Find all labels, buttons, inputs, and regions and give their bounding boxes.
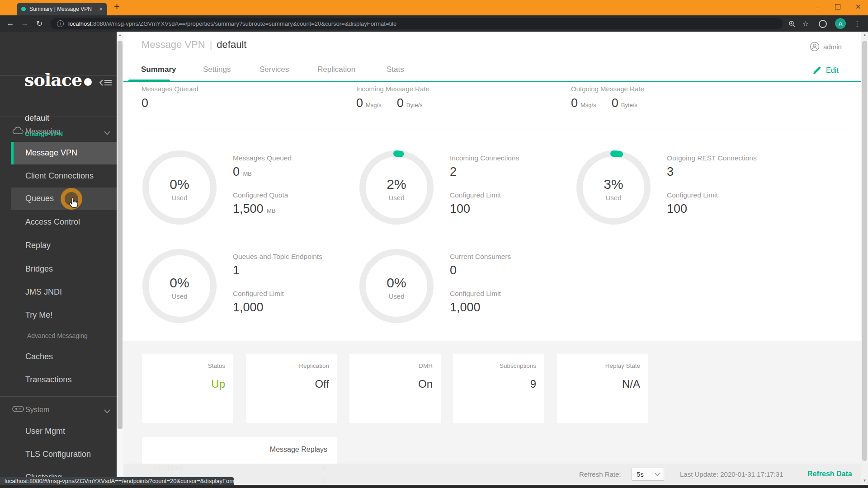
sidebar-item-advanced-messaging[interactable]: Advanced Messaging — [0, 328, 117, 344]
tile-value: 9 — [530, 378, 536, 390]
tile-value: Up — [211, 378, 225, 390]
collapse-menu-icon — [99, 78, 112, 87]
sidebar-item-replay[interactable]: Replay — [0, 235, 117, 257]
tab-stats[interactable]: Stats — [387, 65, 404, 74]
window-minimize-button[interactable]: – — [807, 0, 827, 14]
browser-tab[interactable]: Summary | Message VPN × — [17, 3, 107, 15]
metric-value: 0 — [612, 96, 618, 110]
stat-value: 1 — [233, 263, 240, 277]
window-close-button[interactable]: ✕ — [848, 0, 868, 14]
user-badge[interactable]: admin — [810, 42, 842, 52]
gauge-current-consumers: 0%Used — [359, 248, 434, 324]
gauge-percent: 2% — [359, 177, 434, 192]
cloud-icon — [12, 127, 24, 136]
window-maximize-button[interactable] — [828, 0, 848, 14]
sidebar-divider — [0, 117, 117, 117]
refresh-rate-label: Refresh Rate: — [579, 470, 621, 478]
stat-value: 3 — [667, 165, 674, 179]
refresh-rate-select[interactable]: 5s — [632, 468, 664, 481]
forward-button[interactable]: → — [18, 15, 32, 32]
browser-tab-bar: Summary | Message VPN × + – ✕ — [0, 0, 868, 15]
metric-unit: Msg/s — [580, 102, 596, 108]
sidebar-item-access-control[interactable]: Access Control — [0, 211, 117, 234]
sidebar-item-caches[interactable]: Caches — [0, 346, 117, 368]
tab-services[interactable]: Services — [259, 65, 289, 74]
scrollbar-thumb[interactable] — [862, 41, 867, 461]
metric-unit: Byte/s — [406, 102, 423, 108]
browser-avatar[interactable]: A — [835, 18, 846, 29]
tab-title: Summary | Message VPN — [29, 6, 96, 12]
new-tab-button[interactable]: + — [114, 1, 120, 13]
scrollbar-thumb[interactable] — [118, 41, 123, 429]
edit-button[interactable]: Edit — [812, 66, 839, 75]
gauge-messages-queued: 0%Used — [142, 150, 217, 225]
reload-button[interactable]: ↻ — [33, 15, 46, 32]
content-scrollbar[interactable]: ▲ — [117, 32, 123, 485]
scroll-up-arrow[interactable]: ▲ — [117, 32, 123, 39]
stat-label: Configured Limit — [450, 191, 501, 199]
scroll-down-arrow[interactable]: ▼ — [861, 477, 868, 484]
refresh-rate-value: 5s — [637, 470, 644, 478]
tabs-underline — [123, 81, 861, 82]
sidebar-item-tls-configuration[interactable]: TLS Configuration — [0, 443, 117, 466]
link-preview-statusbar: localhost:8080/#/msg-vpns/ZGVmYXVsdA==/e… — [0, 477, 234, 485]
url-host: localhost — [68, 20, 91, 27]
app-tabs: SummarySettingsServicesReplicationStats — [123, 65, 861, 83]
stat-value: 100 — [450, 202, 470, 216]
sidebar-item-label: Message VPN — [25, 148, 77, 158]
tile-value: Off — [315, 378, 329, 390]
tab-replication[interactable]: Replication — [317, 65, 355, 74]
sidebar-collapse-button[interactable] — [99, 78, 112, 87]
edit-label: Edit — [826, 66, 839, 75]
gauge-used-label: Used — [142, 292, 217, 300]
sidebar-item-label: User Mgmt — [25, 427, 65, 436]
user-name: admin — [823, 43, 842, 51]
sidebar-item-transactions[interactable]: Transactions — [0, 369, 117, 391]
page-title: Message VPN|default — [142, 39, 246, 51]
tile-subscriptions: Subscriptions9 — [453, 354, 544, 423]
extension-circle-icon — [819, 20, 827, 28]
address-bar[interactable]: i localhost:8080/#/msg-vpns/ZGVmYXVsdA==… — [51, 18, 783, 29]
tile-label: Replay State — [605, 362, 640, 369]
sidebar-item-user-mgmt[interactable]: User Mgmt — [0, 420, 117, 443]
metric-label: Outgoing Message Rate — [571, 85, 653, 93]
hand-cursor-icon — [69, 197, 79, 211]
sidebar-item-label: TLS Configuration — [25, 450, 91, 459]
system-icon — [12, 405, 24, 415]
breadcrumb: Message VPN — [142, 39, 205, 50]
window-scrollbar[interactable]: ▲ ▼ — [861, 32, 868, 485]
refresh-data-link[interactable]: Refresh Data — [807, 470, 852, 478]
back-button[interactable]: ← — [4, 15, 17, 32]
tab-settings[interactable]: Settings — [203, 65, 231, 74]
bookmark-star-icon[interactable]: ☆ — [799, 16, 812, 31]
browser-menu-icon[interactable]: ⋮ — [851, 16, 863, 31]
sidebar-item-message-vpn[interactable]: Message VPN — [11, 142, 117, 164]
tile-label: DMR — [419, 362, 433, 369]
magnifier-plus-icon — [788, 20, 796, 28]
metrics-divider — [142, 130, 854, 130]
sidebar-item-client-connections[interactable]: Client Connections — [0, 165, 117, 188]
sidebar-section-system[interactable]: System — [0, 404, 117, 417]
sidebar-item-bridges[interactable]: Bridges — [0, 258, 117, 281]
page-info-icon[interactable]: i — [57, 20, 64, 27]
section-label: Messaging — [25, 127, 60, 136]
tab-summary[interactable]: Summary — [141, 65, 176, 74]
sidebar-item-label: Bridges — [25, 264, 53, 274]
stat-label: Configured Limit — [450, 290, 501, 298]
extension-icon[interactable] — [816, 16, 829, 31]
last-update-text: Last Update: 2020-01-31 17:17:31 — [680, 470, 783, 478]
scroll-up-arrow[interactable]: ▲ — [861, 32, 868, 39]
chevron-down-icon — [104, 129, 110, 137]
screen: Summary | Message VPN × + – ✕ ← → ↻ i lo… — [0, 0, 868, 488]
gauge-used-label: Used — [359, 194, 434, 202]
tile-replication: ReplicationOff — [246, 354, 337, 423]
sidebar-section-messaging[interactable]: Messaging — [0, 125, 117, 139]
sidebar-item-try-me-[interactable]: Try Me! — [0, 304, 117, 327]
pencil-icon — [812, 66, 821, 75]
zoom-icon[interactable] — [786, 16, 798, 31]
sidebar-item-jms-jndi[interactable]: JMS JNDI — [0, 281, 117, 304]
sidebar-divider — [0, 396, 117, 397]
tab-close-icon[interactable]: × — [99, 5, 103, 13]
stat-value: 1,500 MB — [233, 202, 276, 216]
sidebar-item-label: Client Connections — [25, 171, 94, 181]
